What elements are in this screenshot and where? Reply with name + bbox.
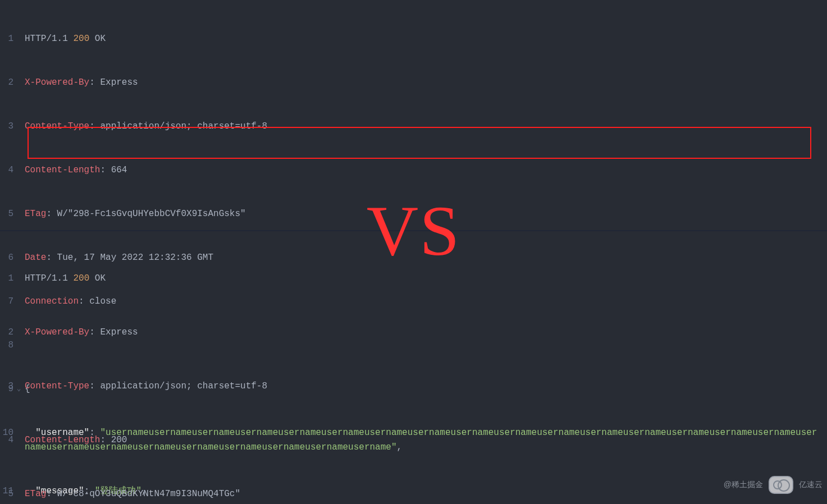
header-value: W/"298-Fc1sGvqUHYebbCVf0X9IsAnGsks" xyxy=(57,209,246,219)
line-number: 2 xyxy=(0,323,17,341)
line-number: 4 xyxy=(0,163,17,177)
line-number: 4 xyxy=(0,431,17,449)
header-name: ETag xyxy=(25,489,46,499)
header-name: Content-Length xyxy=(25,165,100,175)
line-number: 3 xyxy=(0,119,17,134)
http-proto: HTTP/1.1 xyxy=(25,273,68,283)
header-value: W/"c8-qOY3uQBdKYNtN47m9I3NuMQ4TGc" xyxy=(57,489,240,499)
watermark: @稀土掘金 亿速云 xyxy=(724,476,823,494)
line-number: 3 xyxy=(0,377,17,395)
header-value: application/json; charset=utf-8 xyxy=(100,121,267,131)
response-pane-top: 1HTTP/1.1 200 OK 2X-Powered-By: Express … xyxy=(0,0,827,231)
response-pane-bottom: 1HTTP/1.1 200 OK 2X-Powered-By: Express … xyxy=(0,231,827,504)
header-name: X-Powered-By xyxy=(25,327,89,337)
line-number: 5 xyxy=(0,207,17,221)
line-number: 2 xyxy=(0,75,17,90)
cloud-logo-icon xyxy=(769,476,793,494)
http-status: 200 xyxy=(73,34,89,44)
header-value: Express xyxy=(100,77,138,88)
header-value: Express xyxy=(100,327,138,337)
header-name: ETag xyxy=(25,209,46,219)
header-name: X-Powered-By xyxy=(25,77,89,88)
http-status-text: OK xyxy=(95,34,106,44)
header-name: Content-Length xyxy=(25,435,100,445)
http-status: 200 xyxy=(73,273,89,283)
header-name: Content-Type xyxy=(25,381,89,391)
header-value: 200 xyxy=(111,435,127,445)
http-proto: HTTP/1.1 xyxy=(25,34,68,44)
line-number: 1 xyxy=(0,269,17,287)
http-status-text: OK xyxy=(95,273,106,283)
watermark-source: @稀土掘金 xyxy=(724,480,763,490)
header-name: Content-Type xyxy=(25,121,89,131)
code-block-bottom: 1HTTP/1.1 200 OK 2X-Powered-By: Express … xyxy=(0,231,827,504)
page: 1HTTP/1.1 200 OK 2X-Powered-By: Express … xyxy=(0,0,827,504)
line-number: 1 xyxy=(0,31,17,46)
line-number: 5 xyxy=(0,485,17,503)
header-value: application/json; charset=utf-8 xyxy=(100,381,267,391)
watermark-brand: 亿速云 xyxy=(799,480,823,490)
header-value: 664 xyxy=(111,165,127,175)
